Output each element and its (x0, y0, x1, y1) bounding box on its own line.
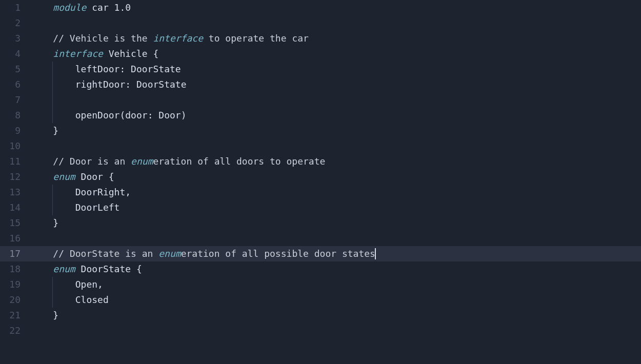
code-line[interactable]: 2 (0, 15, 641, 31)
code-token: interface (153, 33, 203, 44)
code-token: } (53, 310, 58, 320)
code-content[interactable]: interface Vehicle { (31, 46, 641, 62)
code-content[interactable]: rightDoor: DoorState (31, 77, 641, 92)
line-number: 20 (0, 292, 31, 308)
code-token: DoorState (75, 264, 136, 274)
code-content[interactable]: enum DoorState { (31, 261, 641, 277)
code-token: // Door is an (53, 156, 131, 167)
code-token: // Vehicle is the (53, 33, 153, 44)
line-number: 5 (0, 62, 31, 77)
line-number: 10 (0, 138, 31, 154)
code-token: enum (131, 156, 153, 167)
line-number: 3 (0, 31, 31, 46)
code-token: Door (75, 171, 109, 182)
code-token: car (86, 2, 114, 13)
line-number: 14 (0, 200, 31, 215)
code-line[interactable]: 22 (0, 323, 641, 338)
code-content[interactable] (31, 231, 641, 246)
code-token: } (53, 217, 58, 228)
code-content[interactable] (31, 138, 641, 154)
code-line[interactable]: 14 DoorLeft (0, 200, 641, 215)
line-number: 19 (0, 277, 31, 292)
code-content[interactable]: module car 1.0 (31, 0, 641, 15)
code-token: rightDoor (75, 79, 126, 90)
code-token: DoorState (131, 64, 181, 74)
line-number: 15 (0, 215, 31, 231)
code-content[interactable]: DoorLeft (31, 200, 641, 215)
code-content[interactable]: DoorRight, (31, 185, 641, 200)
code-content[interactable] (31, 15, 641, 31)
line-number: 21 (0, 308, 31, 323)
line-number: 6 (0, 77, 31, 92)
code-line[interactable]: 13 DoorRight, (0, 185, 641, 200)
code-line[interactable]: 20 Closed (0, 292, 641, 308)
code-content[interactable]: Closed (31, 292, 641, 308)
code-line[interactable]: 10 (0, 138, 641, 154)
code-line[interactable]: 6 rightDoor: DoorState (0, 77, 641, 92)
code-token: , (125, 187, 131, 197)
code-content[interactable]: Open, (31, 277, 641, 292)
code-token: DoorLeft (75, 202, 120, 213)
code-content[interactable] (31, 92, 641, 108)
code-token: { (136, 264, 142, 274)
code-content[interactable]: // DoorState is an enumeration of all po… (31, 246, 641, 261)
code-token: , (97, 279, 103, 290)
code-token: DoorRight (75, 187, 126, 197)
code-line[interactable]: 9 } (0, 123, 641, 138)
code-token: module (53, 2, 86, 13)
code-content[interactable]: } (31, 123, 641, 138)
code-line[interactable]: 1 module car 1.0 (0, 0, 641, 15)
code-token: leftDoor (75, 64, 120, 74)
code-content[interactable]: // Vehicle is the interface to operate t… (31, 31, 641, 46)
code-token: Door (158, 110, 181, 120)
code-line[interactable]: 3 // Vehicle is the interface to operate… (0, 31, 641, 46)
line-number: 11 (0, 154, 31, 169)
code-token: 1.0 (114, 2, 131, 13)
code-token: interface (53, 48, 103, 59)
code-line[interactable]: 16 (0, 231, 641, 246)
code-line[interactable]: 5 leftDoor: DoorState (0, 62, 641, 77)
line-number: 2 (0, 15, 31, 31)
text-cursor (375, 248, 376, 259)
code-line[interactable]: 11 // Door is an enumeration of all door… (0, 154, 641, 169)
code-token: ) (181, 110, 187, 120)
code-content[interactable]: leftDoor: DoorState (31, 62, 641, 77)
line-number: 22 (0, 323, 31, 338)
code-token: DoorState is an (70, 248, 158, 259)
line-number: 1 (0, 0, 31, 15)
code-line[interactable]: 12 enum Door { (0, 169, 641, 185)
line-number: 8 (0, 108, 31, 123)
code-content[interactable]: enum Door { (31, 169, 641, 185)
code-token: enum (158, 248, 181, 259)
code-content[interactable]: } (31, 215, 641, 231)
code-line[interactable]: 18 enum DoorState { (0, 261, 641, 277)
code-token: { (109, 171, 114, 182)
code-token: Open (75, 279, 97, 290)
line-number: 18 (0, 261, 31, 277)
code-token: : (125, 79, 136, 90)
code-token (64, 248, 70, 259)
code-line[interactable]: 19 Open, (0, 277, 641, 292)
code-token: ( (119, 110, 125, 120)
code-content[interactable]: openDoor(door: Door) (31, 108, 641, 123)
code-line[interactable]: 21 } (0, 308, 641, 323)
line-number: 17 (0, 246, 31, 261)
code-token: openDoor (75, 110, 120, 120)
code-token: DoorState (136, 79, 187, 90)
code-token: door (125, 110, 147, 120)
code-line[interactable]: 17 // DoorState is an enumeration of all… (0, 246, 641, 261)
code-content[interactable] (31, 323, 641, 338)
code-line[interactable]: 7 (0, 92, 641, 108)
code-editor[interactable]: 1 module car 1.02 3 // Vehicle is the in… (0, 0, 641, 338)
code-content[interactable]: } (31, 308, 641, 323)
code-token: eration of all possible door (181, 248, 342, 259)
code-token: } (53, 125, 58, 136)
code-token: / (53, 248, 58, 259)
code-line[interactable]: 8 openDoor(door: Door) (0, 108, 641, 123)
code-token: to operate the car (203, 33, 309, 44)
line-number: 13 (0, 185, 31, 200)
code-line[interactable]: 4 interface Vehicle { (0, 46, 641, 62)
code-line[interactable]: 15 } (0, 215, 641, 231)
code-content[interactable]: // Door is an enumeration of all doors t… (31, 154, 641, 169)
line-number: 12 (0, 169, 31, 185)
